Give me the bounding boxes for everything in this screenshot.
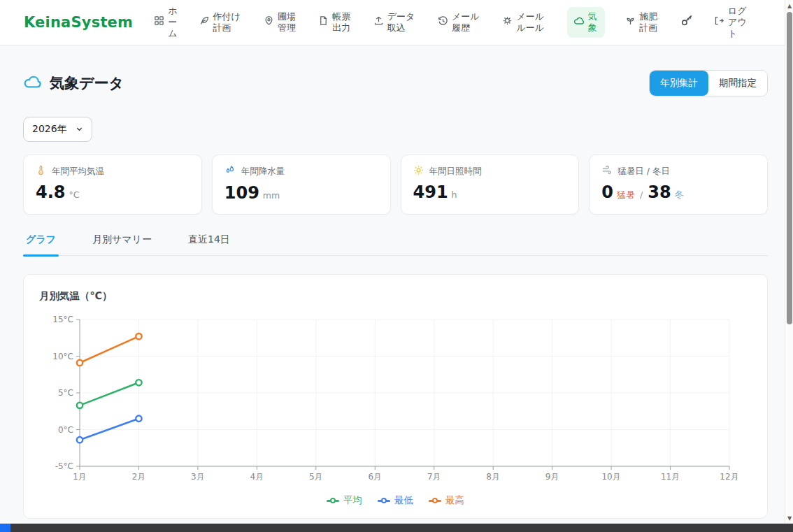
upload-icon [373,15,384,29]
nav-item-label: 作付け計画 [213,11,243,34]
stat-label: 年間平均気温 [52,166,104,178]
nav-item-mail-history[interactable]: メール履歴 [438,11,482,34]
cold-days-value: 38 [648,182,671,202]
nav-item-report-output[interactable]: 帳票出力 [318,11,352,34]
nav-item-weather[interactable]: 気象 [567,7,605,38]
legend-label: 最低 [394,494,413,507]
legend-label: 平均 [343,494,362,507]
nav-item-planting-plan[interactable]: 作付け計画 [199,11,243,34]
nav-item-data-import[interactable]: データ取込 [373,11,417,34]
top-navigation: KeinaSystem ホーム 作付け計画 圃場管理 帳票出力 データ取込 メー… [0,0,793,45]
seedling-icon [625,15,636,29]
chart-legend: 平均 最低 最高 [39,494,752,507]
nav-item-label: 施肥計画 [639,11,659,34]
svg-text:10°C: 10°C [52,352,73,361]
legend-item-average[interactable]: 平均 [327,494,362,507]
nav-item-label: ホーム [168,6,178,40]
cold-days-label: 冬 [675,189,684,201]
nav-item-label: ログアウト [728,6,748,40]
nav-item-password[interactable] [680,14,694,30]
main-content: 気象データ 年別集計 期間指定 2026年 年間平均気温 4.8 °C [0,70,793,519]
stat-unit: h [452,189,457,200]
history-icon [438,15,448,29]
gear-icon [502,15,513,29]
brand-logo[interactable]: KeinaSystem [24,14,133,31]
vertical-scrollbar[interactable]: ▲ ▼ [785,0,793,524]
stat-unit: mm [263,190,280,201]
year-select-value: 2026年 [32,123,67,136]
chart-card: 月別気温（℃） 15°C10°C5°C0°C-5°C1月2月3月4月5月6月7月… [23,274,768,519]
nav-item-label: データ取込 [387,11,417,34]
stat-value: 491 [413,182,448,202]
hot-days-label: 猛暑 [617,189,635,201]
svg-text:6月: 6月 [368,472,382,482]
key-icon [680,14,694,30]
stat-card-sunshine: 年間日照時間 491 h [401,154,580,215]
hot-days-value: 0 [601,182,613,202]
svg-text:4月: 4月 [250,472,264,482]
monthly-temp-chart: 15°C10°C5°C0°C-5°C1月2月3月4月5月6月7月8月9月10月1… [39,311,742,487]
grid-icon [154,15,164,29]
cloud-icon [23,73,42,94]
toggle-yearly-summary[interactable]: 年別集計 [650,71,708,96]
stat-cards: 年間平均気温 4.8 °C 年間降水量 109 mm 年間日照時間 [23,154,768,215]
stat-label: 年間日照時間 [429,166,482,178]
nav-item-label: メールルール [516,11,546,34]
nav-item-mail-rules[interactable]: メールルール [502,11,546,34]
stat-card-extreme-days: 猛暑日 / 冬日 0 猛暑 / 38 冬 [589,154,768,215]
legend-marker [378,498,390,504]
chevron-down-icon [76,124,83,135]
stat-card-precipitation: 年間降水量 109 mm [212,154,391,215]
nav-item-fertilizer-plan[interactable]: 施肥計画 [625,11,659,34]
nav-item-field-management[interactable]: 圃場管理 [264,11,298,34]
svg-text:8月: 8月 [486,472,500,482]
nav-item-logout[interactable]: ログアウト [714,6,748,40]
stat-value: 109 [224,183,259,203]
svg-text:3月: 3月 [191,472,205,482]
legend-label: 最高 [445,494,464,507]
tab-last-14-days[interactable]: 直近14日 [185,233,233,255]
svg-text:11月: 11月 [661,472,680,482]
tab-bar: グラフ 月別サマリー 直近14日 [23,233,768,256]
bottom-accent-block [0,524,10,532]
legend-marker [327,498,339,504]
nav-item-label: 気象 [588,11,599,34]
toggle-period-select[interactable]: 期間指定 [708,71,767,96]
map-pin-icon [264,15,274,29]
page-header: 気象データ 年別集計 期間指定 [23,70,768,96]
document-icon [318,15,329,29]
pen-icon [199,15,210,29]
wind-icon [601,165,612,178]
tab-monthly-summary[interactable]: 月別サマリー [90,233,155,255]
legend-item-minimum[interactable]: 最低 [378,494,413,507]
page-title: 気象データ [50,73,124,93]
svg-text:-5°C: -5°C [55,461,73,471]
svg-text:5月: 5月 [309,472,323,482]
scrollbar-thumb[interactable] [787,12,792,324]
nav-items: ホーム 作付け計画 圃場管理 帳票出力 データ取込 メール履歴 メールルール [154,6,748,40]
tab-graph[interactable]: グラフ [23,233,59,255]
view-toggle-group: 年別集計 期間指定 [649,70,768,96]
chart-title: 月別気温（℃） [39,289,752,303]
logout-icon [714,15,724,29]
svg-text:7月: 7月 [427,472,441,482]
svg-text:10月: 10月 [601,472,620,482]
year-select[interactable]: 2026年 [23,117,92,142]
separator: / [640,189,643,200]
stat-label: 猛暑日 / 冬日 [617,166,670,178]
thermometer-icon [36,165,46,178]
legend-item-maximum[interactable]: 最高 [429,494,464,507]
cloud-icon [573,15,585,29]
legend-marker [429,498,441,504]
nav-item-label: 帳票出力 [332,11,352,34]
nav-item-label: 圃場管理 [278,11,298,34]
nav-item-label: メール履歴 [452,11,482,34]
nav-item-home[interactable]: ホーム [154,6,178,40]
scrollbar-up-arrow[interactable]: ▲ [785,1,793,10]
scrollbar-down-arrow[interactable]: ▼ [785,514,793,522]
stat-value: 4.8 [36,182,66,202]
svg-text:1月: 1月 [73,472,87,482]
svg-text:9月: 9月 [545,472,559,482]
sun-icon [413,165,424,178]
stat-unit: °C [69,189,80,200]
